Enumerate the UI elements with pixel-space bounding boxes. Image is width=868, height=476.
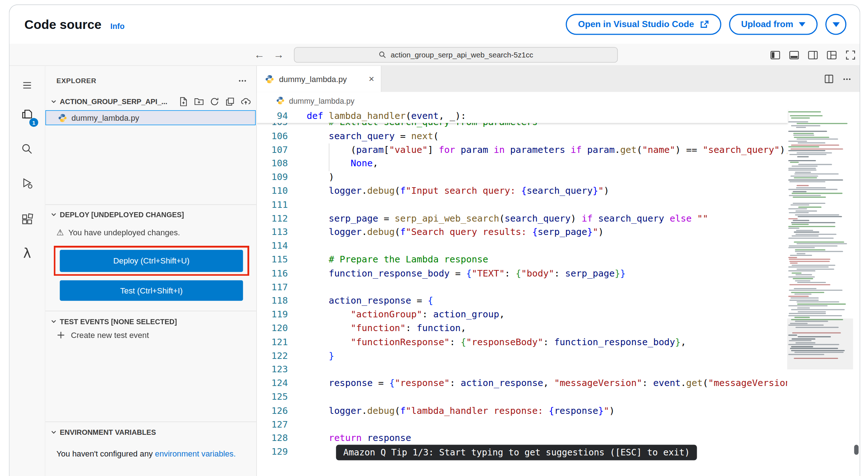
code-line[interactable]: 120 "function": function, bbox=[257, 322, 788, 335]
info-link[interactable]: Info bbox=[110, 21, 124, 30]
line-number: 108 bbox=[257, 157, 288, 171]
editor-more-actions-icon[interactable] bbox=[842, 74, 852, 84]
code-text: logger.debug(f"lambda_handler response: … bbox=[307, 404, 615, 418]
minimap-line bbox=[792, 265, 835, 266]
customize-layout-icon[interactable] bbox=[826, 49, 837, 61]
minimap-line bbox=[790, 262, 798, 263]
command-center-search[interactable]: action_group_serp_api_web_search-5z1cc bbox=[294, 47, 618, 63]
breadcrumb[interactable]: dummy_lambda.py bbox=[257, 92, 860, 109]
env-section-label: ENVIRONMENT VARIABLES bbox=[60, 428, 156, 436]
code-text: return response bbox=[307, 432, 411, 445]
close-tab-icon[interactable]: × bbox=[369, 74, 374, 83]
minimap-line bbox=[791, 235, 819, 236]
minimap-line bbox=[794, 288, 816, 289]
minimap-line bbox=[794, 134, 814, 136]
minimap-line bbox=[789, 259, 830, 260]
code-source-card: Code source Info Open in Visual Studio C… bbox=[9, 4, 860, 476]
toggle-primary-sidebar-icon[interactable] bbox=[769, 49, 781, 61]
back-icon[interactable]: ← bbox=[254, 49, 264, 61]
code-line[interactable]: 108 None, bbox=[257, 157, 788, 171]
editor-body[interactable]: 105 # Extract search_query from paramete… bbox=[257, 109, 860, 476]
line-number: 106 bbox=[257, 129, 288, 143]
aws-toolkit-lambda-icon[interactable]: λ bbox=[9, 242, 45, 264]
line-number: 128 bbox=[257, 432, 288, 445]
code-text: "function": function, bbox=[307, 322, 466, 335]
line-number: 94 bbox=[257, 109, 288, 123]
code-line[interactable]: 106 search_query = next( bbox=[257, 129, 788, 143]
minimap[interactable] bbox=[787, 109, 853, 476]
code-line[interactable]: 126 logger.debug(f"lambda_handler respon… bbox=[257, 404, 788, 418]
code-line[interactable]: 114 bbox=[257, 239, 788, 253]
project-section-header[interactable]: ACTION_GROUP_SERP_API_... bbox=[50, 94, 251, 109]
forward-icon[interactable]: → bbox=[273, 49, 284, 61]
minimap-line bbox=[788, 218, 798, 219]
collapse-all-icon[interactable] bbox=[225, 97, 235, 107]
minimap-line bbox=[788, 189, 837, 190]
minimap-line bbox=[796, 268, 834, 269]
toggle-secondary-sidebar-icon[interactable] bbox=[807, 49, 819, 61]
line-number: 116 bbox=[257, 267, 288, 280]
new-file-icon[interactable] bbox=[179, 97, 188, 107]
upload-from-button[interactable]: Upload from bbox=[729, 14, 818, 35]
explorer-icon[interactable]: 1 bbox=[9, 104, 45, 126]
search-icon[interactable] bbox=[9, 138, 45, 160]
editor-scrollbar[interactable] bbox=[853, 109, 860, 476]
code-line[interactable]: 127 bbox=[257, 418, 788, 432]
minimap-line bbox=[791, 148, 843, 149]
test-events-section-header[interactable]: TEST EVENTS [NONE SELECTED] bbox=[50, 313, 251, 329]
code-line[interactable]: 112 serp_page = serp_api_web_search(sear… bbox=[257, 212, 788, 226]
project-section-label: ACTION_GROUP_SERP_API_... bbox=[60, 97, 168, 106]
code-line[interactable]: 117 bbox=[257, 280, 788, 294]
code-line[interactable]: 125 bbox=[257, 390, 788, 404]
fullscreen-icon[interactable] bbox=[845, 49, 856, 61]
code-line[interactable]: 113 logger.debug(f"Search query results:… bbox=[257, 226, 788, 239]
line-number: 122 bbox=[257, 349, 288, 363]
code-line[interactable]: 128 return response bbox=[257, 432, 788, 445]
line-number: 112 bbox=[257, 212, 288, 226]
minimap-line bbox=[797, 307, 809, 308]
code-line[interactable]: 110 logger.debug(f"Input search query: {… bbox=[257, 184, 788, 198]
env-section-header[interactable]: ENVIRONMENT VARIABLES bbox=[50, 424, 251, 440]
refresh-icon[interactable] bbox=[210, 97, 219, 107]
line-number: 113 bbox=[257, 226, 288, 239]
editor-group: dummy_lambda.py × dummy_lambda.py bbox=[257, 66, 860, 476]
run-debug-icon[interactable] bbox=[9, 172, 45, 194]
more-actions-button[interactable] bbox=[825, 14, 846, 35]
code-line[interactable]: 122 } bbox=[257, 349, 788, 363]
extensions-icon[interactable] bbox=[9, 208, 45, 230]
explorer-badge: 1 bbox=[29, 118, 38, 127]
split-editor-icon[interactable] bbox=[824, 74, 834, 84]
code-line[interactable]: 111 bbox=[257, 198, 788, 212]
code-line[interactable]: 124 response = {"response": action_respo… bbox=[257, 377, 788, 390]
env-variables-link[interactable]: environment variables. bbox=[155, 449, 236, 458]
code-line[interactable]: 116 function_response_body = {"TEXT": {"… bbox=[257, 267, 788, 280]
minimap-line bbox=[792, 166, 817, 167]
tab-dummy-lambda[interactable]: dummy_lambda.py × bbox=[257, 66, 381, 92]
minimap-slider[interactable] bbox=[787, 318, 853, 369]
code-line[interactable]: 118 action_response = { bbox=[257, 294, 788, 308]
code-line[interactable]: 119 "actionGroup": action_group, bbox=[257, 308, 788, 322]
open-vscode-button[interactable]: Open in Visual Studio Code bbox=[566, 14, 721, 35]
file-item-dummy-lambda[interactable]: dummy_lambda.py bbox=[46, 110, 256, 125]
code-text: "actionGroup": action_group, bbox=[307, 308, 505, 322]
code-line[interactable]: 107 (param["value"] for param in paramet… bbox=[257, 143, 788, 157]
test-button[interactable]: Test (Ctrl+Shift+I) bbox=[60, 280, 243, 301]
menu-icon[interactable] bbox=[9, 74, 45, 96]
minimap-line bbox=[798, 142, 826, 143]
explorer-more-actions-icon[interactable] bbox=[237, 76, 247, 86]
create-test-event[interactable]: Create new test event bbox=[56, 331, 149, 340]
toggle-panel-icon[interactable] bbox=[788, 49, 800, 61]
page: Code source Info Open in Visual Studio C… bbox=[0, 0, 868, 476]
code-line[interactable]: 123 bbox=[257, 363, 788, 377]
minimap-line bbox=[796, 152, 832, 153]
code-line[interactable]: 115 # Prepare the Lambda response bbox=[257, 253, 788, 267]
indent-guide bbox=[329, 143, 329, 171]
line-number: 118 bbox=[257, 294, 288, 308]
deploy-section-header[interactable]: DEPLOY [UNDEPLOYED CHANGES] bbox=[50, 207, 251, 222]
deploy-button[interactable]: Deploy (Ctrl+Shift+U) bbox=[60, 250, 243, 272]
code-line[interactable]: 94def lambda_handler(event, _): bbox=[257, 109, 788, 123]
upload-cloud-icon[interactable] bbox=[241, 97, 251, 107]
code-line[interactable]: 121 "functionResponse": {"responseBody":… bbox=[257, 335, 788, 349]
code-line[interactable]: 109 ) bbox=[257, 171, 788, 184]
new-folder-icon[interactable] bbox=[194, 97, 204, 107]
